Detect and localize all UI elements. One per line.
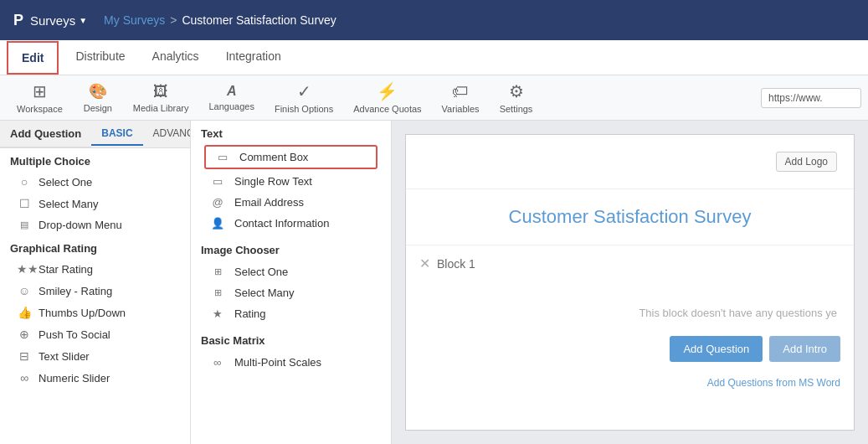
breadcrumb-current: Customer Satisfaction Survey [182,13,336,27]
image-select-many-item[interactable]: ⊞ Select Many [201,282,381,303]
block-header: ✕ Block 1 [406,245,854,281]
add-intro-button[interactable]: Add Intro [769,336,840,362]
push-to-social-icon: ⊕ [17,328,32,341]
select-one-item[interactable]: ○ Select One [0,171,190,193]
toolbar-languages-label: Languages [208,101,254,111]
toolbar: ⊞ Workspace 🎨 Design 🖼 Media Library A L… [0,75,868,121]
settings-icon: ⚙ [509,81,524,101]
design-icon: 🎨 [89,82,107,101]
push-to-social-item[interactable]: ⊕ Push To Social [0,323,190,345]
survey-title: Customer Satisfaction Survey [406,189,854,245]
image-chooser-section-title: Image Chooser [201,244,381,256]
toolbar-workspace-label: Workspace [17,104,63,114]
tab-distribute[interactable]: Distribute [62,41,138,74]
select-many-item[interactable]: ☐ Select Many [0,193,190,214]
left-panel: Add Question BASIC ADVANCED LIBRARY ✕ Mu… [0,121,191,444]
block-collapse-icon[interactable]: ✕ [419,256,430,271]
contact-information-icon: 👤 [208,217,228,230]
advance-quotas-icon: ⚡ [377,81,398,101]
tab-integration[interactable]: Integration [213,41,295,74]
multiple-choice-section-title: Multiple Choice [0,148,190,171]
image-select-many-label: Select Many [234,287,295,299]
star-rating-label: Star Rating [39,263,93,276]
toolbar-settings[interactable]: ⚙ Settings [490,78,543,117]
text-slider-item[interactable]: ⊟ Text Slider [0,345,190,367]
url-input[interactable] [761,88,861,108]
image-rating-item[interactable]: ★ Rating [201,303,381,324]
toolbar-variables-label: Variables [442,104,480,114]
star-rating-icon: ★★ [17,262,32,276]
contact-information-label: Contact Information [234,217,329,230]
languages-icon: A [227,84,237,99]
add-logo-button[interactable]: Add Logo [776,152,837,172]
select-one-icon: ○ [17,175,32,188]
media-library-icon: 🖼 [153,83,168,101]
breadcrumb-my-surveys[interactable]: My Surveys [104,13,165,27]
toolbar-media-library[interactable]: 🖼 Media Library [123,80,199,116]
toolbar-settings-label: Settings [500,104,533,114]
surveys-label: Surveys [30,13,75,28]
logo-icon: P [13,12,23,29]
select-many-icon: ☐ [17,197,32,210]
toolbar-finish-options[interactable]: ✓ Finish Options [265,78,343,117]
main-layout: Add Question BASIC ADVANCED LIBRARY ✕ Mu… [0,121,868,444]
variables-icon: 🏷 [452,82,469,101]
image-select-many-icon: ⊞ [208,287,228,298]
numeric-slider-item[interactable]: ∞ Numeric Slider [0,367,190,389]
smiley-rating-label: Smiley - Rating [39,285,112,297]
toolbar-advance-quotas[interactable]: ⚡ Advance Quotas [343,78,431,117]
dropdown-menu-icon: ▤ [17,219,32,230]
image-select-one-label: Select One [234,266,288,278]
add-from-ms-word-link[interactable]: Add Questions from MS Word [406,370,854,395]
multi-point-scales-label: Multi-Point Scales [234,356,321,369]
toolbar-media-library-label: Media Library [133,103,189,113]
comment-box-icon: ▭ [213,151,233,163]
contact-information-item[interactable]: 👤 Contact Information [201,213,381,234]
add-question-header: Add Question [0,121,91,147]
finish-options-icon: ✓ [297,81,311,101]
survey-header: Add Logo [406,135,854,189]
dropdown-menu-label: Drop-down Menu [39,219,122,231]
email-address-label: Email Address [234,196,304,209]
tab-basic[interactable]: BASIC [91,122,142,146]
star-rating-item[interactable]: ★★ Star Rating [0,258,190,280]
dropdown-menu-item[interactable]: ▤ Drop-down Menu [0,214,190,235]
tab-bar: Edit Distribute Analytics Integration [0,40,868,75]
image-select-one-icon: ⊞ [208,266,228,277]
survey-canvas-area: Add Logo Customer Satisfaction Survey ✕ … [392,121,868,444]
toolbar-languages[interactable]: A Languages [198,80,264,115]
email-address-icon: @ [208,196,228,209]
toolbar-workspace[interactable]: ⊞ Workspace [7,78,73,117]
add-question-title: Add Question [10,127,81,140]
text-section-title: Text [201,127,381,140]
select-one-label: Select One [39,176,92,188]
surveys-dropdown[interactable]: Surveys ▼ [30,13,87,28]
image-select-one-item[interactable]: ⊞ Select One [201,261,381,282]
workspace-icon: ⊞ [33,81,47,101]
comment-box-item[interactable]: ▭ Comment Box [204,145,378,169]
comment-box-label: Comment Box [239,151,308,163]
toolbar-advance-quotas-label: Advance Quotas [353,104,421,114]
survey-canvas: Add Logo Customer Satisfaction Survey ✕ … [405,134,855,431]
toolbar-design[interactable]: 🎨 Design [73,79,123,116]
numeric-slider-label: Numeric Slider [39,372,110,385]
toolbar-design-label: Design [84,103,112,113]
add-question-button[interactable]: Add Question [670,336,763,362]
single-row-text-item[interactable]: ▭ Single Row Text [201,171,381,192]
tab-advanced[interactable]: ADVANCED [143,122,191,146]
tab-edit[interactable]: Edit [7,41,59,75]
block-label: Block 1 [437,257,475,271]
email-address-item[interactable]: @ Email Address [201,192,381,213]
smiley-rating-item[interactable]: ☺ Smiley - Rating [0,280,190,302]
push-to-social-label: Push To Social [39,328,110,341]
smiley-rating-icon: ☺ [17,284,32,297]
image-rating-icon: ★ [208,307,228,320]
tab-analytics[interactable]: Analytics [139,41,213,74]
middle-panel: Text ▭ Comment Box ▭ Single Row Text @ E… [191,121,392,444]
toolbar-variables[interactable]: 🏷 Variables [432,79,490,117]
thumbs-icon: 👍 [17,306,32,319]
text-slider-label: Text Slider [39,350,90,363]
thumbs-up-down-item[interactable]: 👍 Thumbs Up/Down [0,302,190,323]
breadcrumb-separator: > [170,13,177,27]
multi-point-scales-item[interactable]: ∞ Multi-Point Scales [201,352,381,373]
